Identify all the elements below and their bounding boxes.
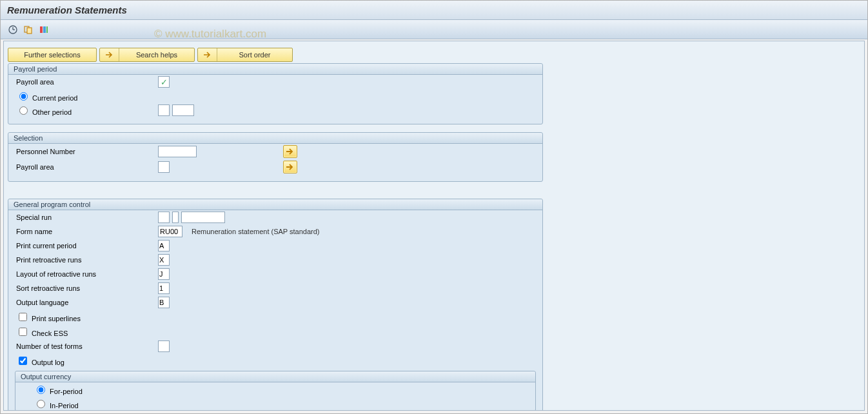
app-window: Remuneration Statements © www.tutorialka… <box>0 0 868 414</box>
other-period-input-1[interactable] <box>158 104 170 116</box>
search-helps-button[interactable]: Search helps <box>99 48 195 62</box>
further-selections-button[interactable]: Further selections <box>8 48 97 62</box>
output-currency-title: Output currency <box>15 371 535 382</box>
sort-order-button[interactable]: Sort order <box>197 48 293 62</box>
check-ess-label: Check ESS <box>32 330 68 337</box>
sel-payroll-area-multiple-button[interactable] <box>283 161 297 173</box>
special-run-input-2[interactable] <box>172 212 179 223</box>
search-helps-label: Search helps <box>119 51 194 59</box>
print-superlines-checkbox[interactable]: Print superlines <box>16 311 81 323</box>
sort-retro-label: Sort retroactive runs <box>16 284 158 292</box>
svg-rect-5 <box>40 26 43 33</box>
current-period-radio[interactable]: Current period <box>16 90 77 102</box>
other-period-radio[interactable]: Other period <box>16 104 158 116</box>
svg-rect-7 <box>46 26 48 33</box>
variant-get-icon[interactable] <box>23 24 34 35</box>
sort-order-label: Sort order <box>217 51 292 59</box>
output-currency-subgroup: Output currency For-period In-Period <box>15 371 536 411</box>
payroll-period-group: Payroll period Payroll area ✓ Current pe… <box>8 63 543 124</box>
num-test-forms-input[interactable] <box>158 340 170 352</box>
sel-payroll-area-label: Payroll area <box>16 163 158 171</box>
layout-retro-label: Layout of retroactive runs <box>16 270 158 278</box>
arrow-right-icon <box>198 48 217 61</box>
output-log-label: Output log <box>32 359 64 366</box>
other-period-label: Other period <box>32 108 72 116</box>
special-run-label: Special run <box>16 213 158 221</box>
execute-icon[interactable] <box>7 24 19 35</box>
in-period-label: In-Period <box>50 402 79 409</box>
form-name-description: Remuneration statement (SAP standard) <box>192 228 320 235</box>
sel-payroll-area-input[interactable] <box>158 161 170 173</box>
layout-retro-input[interactable] <box>158 268 170 280</box>
output-lang-input[interactable] <box>158 297 170 308</box>
general-control-group: General program control Special run Form… <box>8 199 543 411</box>
toolbar <box>1 20 867 39</box>
payroll-area-label: Payroll area <box>16 78 158 86</box>
special-run-input-1[interactable] <box>158 212 170 223</box>
svg-rect-6 <box>43 26 46 33</box>
form-name-input[interactable] <box>158 226 182 237</box>
form-name-label: Form name <box>16 228 158 235</box>
current-period-label: Current period <box>32 94 77 102</box>
svg-rect-4 <box>27 28 32 34</box>
personnel-number-label: Personnel Number <box>16 148 158 155</box>
general-control-title: General program control <box>8 199 542 210</box>
personnel-number-multiple-button[interactable] <box>283 145 297 158</box>
page-title: Remuneration Statements <box>1 1 867 20</box>
selection-title: Selection <box>8 133 542 144</box>
content-area: Further selections Search helps Sort ord… <box>3 41 865 411</box>
print-current-label: Print current period <box>16 242 158 250</box>
print-current-input[interactable] <box>158 240 170 251</box>
check-ess-checkbox[interactable]: Check ESS <box>16 326 68 338</box>
selection-group: Selection Personnel Number Payroll area <box>8 132 543 182</box>
special-run-input-3[interactable] <box>181 212 225 223</box>
payroll-area-check[interactable]: ✓ <box>158 76 170 88</box>
output-log-checkbox[interactable]: Output log <box>16 355 64 367</box>
action-button-row: Further selections Search helps Sort ord… <box>8 48 858 62</box>
further-selections-label: Further selections <box>24 51 80 59</box>
payroll-period-title: Payroll period <box>8 64 542 75</box>
for-period-radio[interactable]: For-period <box>34 384 83 395</box>
other-period-input-2[interactable] <box>172 104 194 116</box>
arrow-right-icon <box>100 48 119 61</box>
print-retro-label: Print retroactive runs <box>16 256 158 264</box>
output-lang-label: Output language <box>16 299 158 306</box>
for-period-label: For-period <box>50 388 83 395</box>
personnel-number-input[interactable] <box>158 146 197 157</box>
print-superlines-label: Print superlines <box>32 315 81 322</box>
sort-retro-input[interactable] <box>158 282 170 294</box>
in-period-radio[interactable]: In-Period <box>34 398 79 409</box>
print-retro-input[interactable] <box>158 254 170 266</box>
num-test-forms-label: Number of test forms <box>16 342 158 350</box>
variant-org-icon[interactable] <box>38 24 50 35</box>
